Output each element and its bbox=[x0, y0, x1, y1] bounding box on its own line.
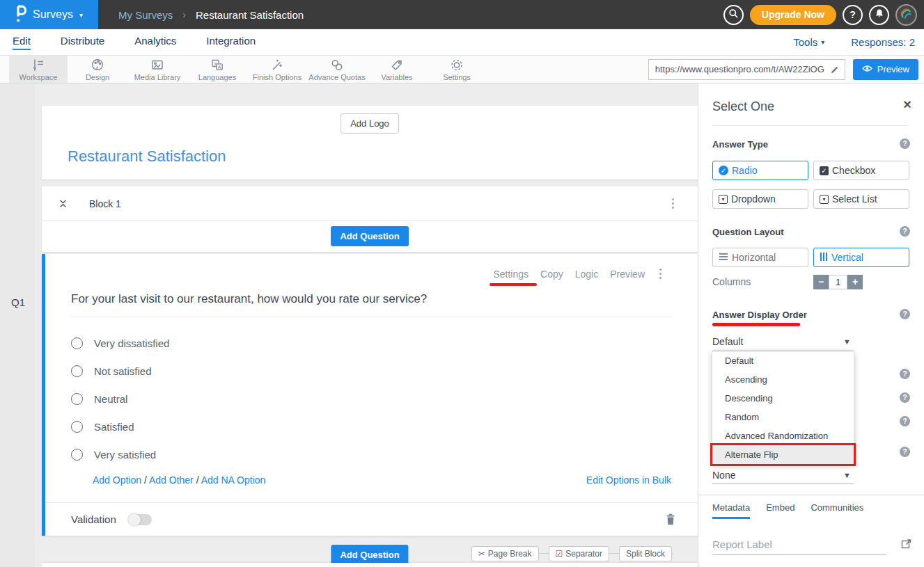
secondary-order-select[interactable]: None ▼ bbox=[712, 466, 854, 484]
question-tab-copy[interactable]: Copy bbox=[540, 269, 563, 280]
add-question-button-bottom[interactable]: Add Question bbox=[331, 545, 408, 565]
link-separator: / bbox=[144, 474, 147, 486]
hidden-setting-help-icon[interactable]: ? bbox=[900, 447, 910, 457]
edit-url-pencil-icon[interactable] bbox=[831, 63, 840, 76]
answer-type-select-list-button[interactable]: ▾ Select List bbox=[813, 189, 909, 209]
add-na-option-link[interactable]: Add NA Option bbox=[201, 474, 266, 486]
survey-url-input[interactable] bbox=[655, 64, 831, 74]
search-button[interactable] bbox=[723, 5, 744, 25]
tools-menu[interactable]: Tools▾ bbox=[793, 36, 824, 48]
bell-icon bbox=[875, 8, 884, 21]
collapse-block-icon[interactable] bbox=[58, 198, 68, 209]
delete-question-trash-icon[interactable] bbox=[666, 513, 675, 525]
validation-toggle[interactable] bbox=[128, 514, 152, 525]
question-layout-help-icon[interactable]: ? bbox=[900, 226, 910, 237]
menu-item-descending[interactable]: Descending bbox=[712, 389, 854, 408]
account-avatar[interactable] bbox=[895, 4, 917, 26]
answer-display-order-help-icon[interactable]: ? bbox=[900, 309, 910, 319]
report-label-field bbox=[712, 536, 886, 555]
answer-option-label[interactable]: Very satisfied bbox=[94, 449, 156, 461]
toolbar-item-finish-options[interactable]: Finish Options bbox=[247, 56, 307, 83]
answer-type-checkbox-button[interactable]: ✓ Checkbox bbox=[813, 161, 909, 180]
responses-count[interactable]: Responses: 2 bbox=[851, 36, 915, 48]
answer-option-label[interactable]: Satisfied bbox=[94, 421, 134, 433]
report-label-input[interactable] bbox=[712, 536, 886, 554]
radio-button-icon[interactable] bbox=[71, 365, 83, 377]
tab-integration[interactable]: Integration bbox=[206, 35, 256, 50]
answer-option-label[interactable]: Neutral bbox=[94, 393, 127, 405]
add-logo-button[interactable]: Add Logo bbox=[340, 113, 399, 134]
svg-text:A: A bbox=[218, 64, 221, 69]
tab-analytics[interactable]: Analytics bbox=[134, 35, 176, 50]
add-option-link[interactable]: Add Option bbox=[93, 474, 141, 486]
answer-type-dropdown-button[interactable]: ▾ Dropdown bbox=[712, 189, 808, 209]
question-menu-kebab-icon[interactable] bbox=[657, 266, 664, 282]
menu-item-alternate-flip[interactable]: Alternate Flip bbox=[712, 445, 854, 464]
question-tab-settings[interactable]: Settings bbox=[493, 269, 528, 280]
toolbar-item-workspace[interactable]: Workspace bbox=[9, 56, 68, 83]
question-tab-preview[interactable]: Preview bbox=[610, 269, 645, 280]
toolbar-item-label: Media Library bbox=[134, 73, 181, 81]
separator-button[interactable]: ☑Separator bbox=[549, 546, 609, 561]
layout-vertical-button[interactable]: Vertical bbox=[813, 248, 909, 267]
preview-button[interactable]: Preview bbox=[853, 59, 918, 80]
split-block-button[interactable]: Split Block bbox=[619, 546, 672, 561]
tab-metadata[interactable]: Metadata bbox=[712, 502, 750, 519]
question-layout-label: Question Layout bbox=[712, 227, 784, 237]
expand-report-label-icon[interactable] bbox=[901, 538, 911, 549]
tab-edit[interactable]: Edit bbox=[13, 35, 31, 50]
radio-button-icon[interactable] bbox=[71, 421, 83, 433]
notifications-button[interactable] bbox=[869, 5, 889, 25]
workspace-icon bbox=[31, 58, 46, 72]
block-menu-kebab-icon[interactable] bbox=[669, 195, 677, 211]
hidden-setting-help-icon[interactable]: ? bbox=[900, 416, 910, 426]
horizontal-lines-icon bbox=[719, 252, 728, 263]
answer-option-label[interactable]: Very dissatisfied bbox=[94, 337, 169, 349]
toolbar-item-settings[interactable]: Settings bbox=[427, 56, 487, 83]
edit-options-in-bulk-link[interactable]: Edit Options in Bulk bbox=[586, 474, 671, 486]
menu-item-ascending[interactable]: Ascending bbox=[712, 370, 854, 389]
toolbar-item-advance-quotas[interactable]: Advance Quotas bbox=[307, 56, 367, 83]
toolbar-item-languages[interactable]: xA Languages bbox=[187, 56, 247, 83]
question-mark-icon: ? bbox=[849, 9, 856, 20]
radio-button-icon[interactable] bbox=[71, 337, 83, 349]
menu-item-advanced-randomization[interactable]: Advanced Randomization bbox=[712, 426, 854, 445]
breadcrumb-my-surveys[interactable]: My Surveys bbox=[118, 9, 173, 21]
product-switcher[interactable]: Surveys ▾ bbox=[0, 0, 98, 29]
question-text[interactable]: For your last visit to our restaurant, h… bbox=[71, 292, 427, 306]
help-button[interactable]: ? bbox=[843, 5, 863, 25]
layout-horizontal-button[interactable]: Horizontal bbox=[712, 248, 808, 267]
toolbar-item-variables[interactable]: Variables bbox=[367, 56, 427, 83]
question-card: Settings Copy Logic Preview For your las… bbox=[42, 254, 698, 536]
block-add-question-row: Add Question bbox=[42, 221, 698, 251]
tab-communities[interactable]: Communities bbox=[811, 502, 863, 519]
upgrade-now-button[interactable]: Upgrade Now bbox=[750, 5, 836, 25]
answer-option-label[interactable]: Not satisfied bbox=[94, 365, 152, 377]
block-name[interactable]: Block 1 bbox=[89, 198, 121, 209]
columns-decrement-button[interactable]: − bbox=[813, 275, 829, 289]
toolbar-item-media-library[interactable]: Media Library bbox=[127, 56, 187, 83]
page-break-button[interactable]: ✂Page Break bbox=[471, 546, 539, 561]
tab-distribute[interactable]: Distribute bbox=[61, 35, 104, 50]
toolbar-item-label: Finish Options bbox=[253, 73, 302, 81]
menu-item-default[interactable]: Default bbox=[712, 351, 854, 370]
hidden-setting-help-icon[interactable]: ? bbox=[900, 369, 910, 379]
survey-title[interactable]: Restaurant Satisfaction bbox=[68, 147, 226, 166]
columns-increment-button[interactable]: + bbox=[847, 275, 863, 289]
close-panel-icon[interactable]: × bbox=[903, 97, 911, 111]
radio-button-icon[interactable] bbox=[71, 393, 83, 405]
palette-icon bbox=[90, 58, 105, 72]
radio-button-icon[interactable] bbox=[71, 449, 83, 461]
add-other-link[interactable]: Add Other bbox=[149, 474, 194, 486]
add-question-button[interactable]: Add Question bbox=[331, 226, 408, 246]
answer-display-order-select[interactable]: Default ▼ bbox=[712, 333, 854, 351]
alternate-flip-label: Alternate Flip bbox=[725, 449, 778, 460]
answer-type-radio-button[interactable]: ✓ Radio bbox=[712, 161, 808, 180]
columns-value[interactable]: 1 bbox=[829, 275, 847, 289]
hidden-setting-help-icon[interactable]: ? bbox=[900, 392, 910, 403]
question-tab-logic[interactable]: Logic bbox=[575, 269, 598, 280]
menu-item-random[interactable]: Random bbox=[712, 408, 854, 426]
toolbar-item-design[interactable]: Design bbox=[68, 56, 127, 83]
tab-embed[interactable]: Embed bbox=[766, 502, 794, 519]
answer-type-help-icon[interactable]: ? bbox=[900, 138, 910, 149]
